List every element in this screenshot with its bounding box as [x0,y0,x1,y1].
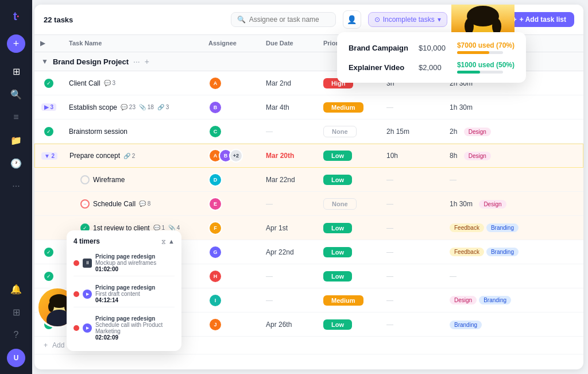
check-icon-done[interactable]: ✓ [44,79,53,88]
search-icon: 🔍 [237,16,246,24]
task-extra-6: 1h 30m Design [444,196,583,211]
tag-design-10: Design [450,296,477,304]
task-due-4: Mar 20th [260,148,318,163]
task-extra-5: — [444,172,583,187]
sidebar-icon-grid[interactable]: ⊞ [7,303,25,321]
add-task-list-btn[interactable]: + + Add task list [505,12,574,27]
task-est-3: 2h 15m [381,124,444,139]
task-due-3: — [260,124,318,139]
timer-info-2: Pricing page redesign First draft conten… [95,284,175,303]
budget-bar-2 [457,71,480,74]
tag-feedback-7: Feedback [450,223,484,232]
timer-play-btn-3[interactable]: ▶ [83,323,92,333]
avatar-3: C [208,125,222,138]
tag-design-4: Design [464,152,491,160]
assignee-group-4: A B +2 [208,149,254,163]
expand-all-icon[interactable]: ▶ [40,40,45,47]
check-icon-6[interactable]: − [80,199,90,209]
task-assignee-2: B [203,97,260,118]
priority-badge-medium-10: Medium [323,295,363,306]
task-name-6: − Schedule Call 💬 8 [69,199,197,209]
task-check-2[interactable]: ▶ 3 [34,100,63,114]
task-check-3[interactable]: ✓ [34,124,63,140]
sidebar-icon-home[interactable]: ⊞ [7,62,25,80]
timer-pause-btn-1[interactable]: ⏸ [83,259,92,268]
task-priority-5: Low [318,171,381,188]
tag-branding-8: Branding [486,248,519,256]
sidebar-icon-list[interactable]: ≡ [7,108,25,126]
task-priority-11: Low [318,316,381,333]
task-assignee-7: F [203,218,260,238]
timer-task-2: Pricing page redesign [95,284,175,291]
timer-dot-1 [74,260,79,266]
task-priority-10: Medium [318,292,381,309]
filter-label: Incomplete tasks [383,16,435,24]
task-assignee-11: J [203,314,260,335]
search-bar[interactable]: 🔍 [231,12,336,27]
sidebar-icon-folder[interactable]: 📁 [7,131,25,149]
user-avatar[interactable]: U [7,349,25,367]
budget-used-1: $7000 used (70%) [457,41,514,54]
timer-task-1: Pricing page redesign [95,253,175,260]
sub-expand-icon-4[interactable]: ▼ 2 [41,152,57,160]
task-due-7: Apr 1st [260,221,318,236]
table-row: ▼ 2 Prepare concept 🔗 2 A B +2 Mar 20th [34,144,583,168]
sidebar-icon-more[interactable]: ··· [7,177,25,195]
check-icon-3[interactable]: ✓ [44,127,53,136]
check-icon-9[interactable]: ✓ [44,272,53,281]
priority-badge-low-8: Low [323,247,352,257]
task-extra-11: Branding [444,317,583,332]
timer-entry-2: ▶ Pricing page redesign First draft cont… [74,281,175,307]
tag-design-6: Design [479,200,506,209]
assignee-icon-btn[interactable]: 👤 [343,10,361,29]
comment-badge-2: 💬 23 [121,104,136,110]
th-due-date: Due Date [260,35,318,52]
task-due-6: — [260,196,318,211]
group-add-icon[interactable]: + [145,57,149,66]
group-chevron-icon[interactable]: ▼ [41,57,48,65]
timer-time-3: 02:02:09 [95,334,175,341]
timer-filter-icon[interactable]: ⧖ [161,238,166,245]
group-options-icon[interactable]: ··· [133,57,140,66]
task-name-3: Brainstorm session [69,128,197,136]
sidebar-icon-clock[interactable]: 🕐 [7,154,25,172]
svg-point-10 [48,302,54,312]
comment-badge-1: 💬 3 [104,80,115,86]
tag-group-7: Feedback Branding [450,223,578,232]
timer-play-btn-2[interactable]: ▶ [83,290,92,299]
avatar-11: J [208,318,222,331]
sidebar-icon-help[interactable]: ? [7,326,25,344]
timer-sub-3: Schedule call with Product Marketing [95,322,175,334]
priority-badge-low-11: Low [323,319,352,330]
task-priority-4: Low [318,147,381,164]
task-check-9[interactable]: ✓ [34,268,63,284]
add-button[interactable]: + [7,34,25,53]
task-priority-2: Medium [318,99,381,116]
task-assignee-6: E [203,194,260,214]
task-est-10: — [381,293,444,308]
task-name-2: Establish scope 💬 23 📎 18 🔗 3 [69,103,197,111]
sidebar-icon-search[interactable]: 🔍 [7,85,25,103]
budget-bar-bg-2 [457,71,503,74]
task-check-5 [34,176,63,183]
task-check-4[interactable]: ▼ 2 [35,149,64,163]
budget-row-1: Brand Campaign $10,000 $7000 used (70%) [349,41,514,54]
task-priority-6: None [318,195,381,213]
sidebar-icon-bell[interactable]: 🔔 [7,280,25,298]
search-input[interactable] [249,16,330,24]
task-est-2: — [381,100,444,115]
task-check-1[interactable]: ✓ [34,75,63,91]
filter-btn-active[interactable]: ⊙ Incomplete tasks ▾ [368,12,447,27]
check-icon-8[interactable]: ✓ [44,248,53,257]
assignee-group-2: B [208,101,254,114]
timer-header: 4 timers ⧖ ▲ [74,237,175,245]
task-est-9: — [381,269,444,284]
timer-info-3: Pricing page redesign Schedule call with… [95,315,175,341]
sub-expand-icon[interactable]: ▶ 3 [41,103,56,111]
check-icon-5[interactable] [80,175,90,184]
timer-chevron-icon[interactable]: ▲ [168,238,175,245]
task-check-8[interactable]: ✓ [34,244,63,260]
task-assignee-10: I [203,290,260,311]
tag-feedback-8: Feedback [450,248,484,256]
tag-group-10: Design Branding [450,296,578,304]
